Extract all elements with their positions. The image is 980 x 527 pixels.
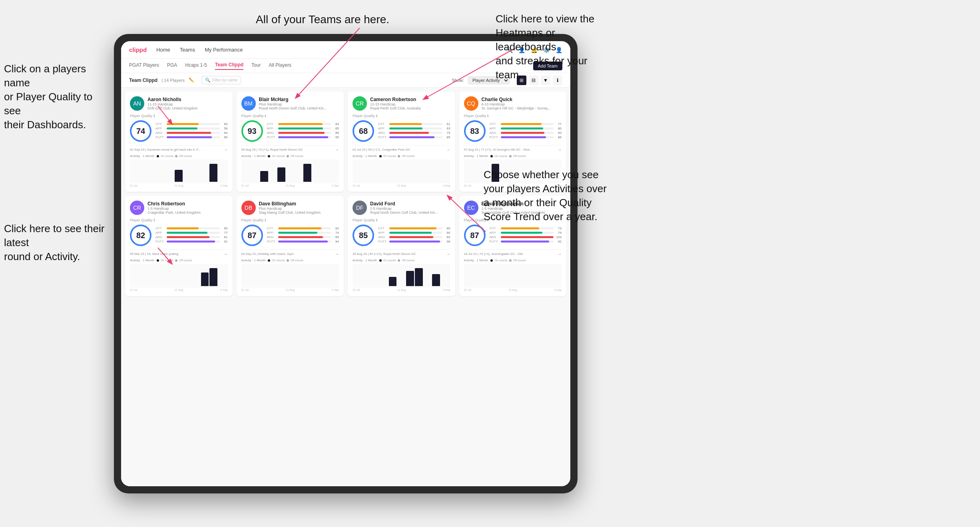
activity-section: Activity · 1 Month On course Off course … [353,154,450,187]
on-course-dot [379,155,382,157]
stats-list: OTT 60 APP 77 ARG 81 PUTT 91 [155,227,228,244]
player-info: Chris Robertson 1-5 Handicap Craigmillar… [147,201,228,215]
activity-section: Activity · 1 Month On course Off course … [241,259,339,291]
nav-my-performance[interactable]: My Performance [205,47,243,53]
quality-circle[interactable]: 87 [464,225,486,246]
stat-value: 85 [444,135,450,139]
stat-bar-bg [389,123,442,125]
chart-label: 4 Sep [443,184,450,187]
stat-label: OTT [490,227,499,230]
stat-row: OTT 89 [378,227,450,230]
player-card[interactable]: CR Cameron Robertson 11-15 Handicap Roya… [348,91,455,192]
chart-label: 31 Jul [130,184,137,187]
stat-row: PUTT 85 [378,135,450,139]
nav-teams[interactable]: Teams [180,47,195,53]
stat-bar-bg [501,127,554,129]
quality-circle[interactable]: 82 [130,225,151,246]
recent-round[interactable]: 07 Aug 23 | 77 (+7), St George's Hill GC… [464,145,562,152]
stats-list: OTT 77 APP 80 ARG 83 PUTT 86 [490,122,562,140]
stat-bar-bg [167,132,220,134]
activity-header: Activity · 1 Month On course Off course [241,154,339,158]
player-card[interactable]: CR Chris Robertson 1-5 Handicap Craigmil… [125,196,233,296]
tab-tour[interactable]: Tour [251,62,261,70]
avatar: AN [130,96,144,111]
player-name[interactable]: Blair McHarg [259,97,339,102]
edit-icon[interactable]: ✏️ [189,78,194,83]
tab-hcaps[interactable]: Hcaps 1-5 [185,62,207,70]
chart-labels: 31 Jul21 Aug4 Sep [130,288,228,291]
stat-value: 85 [333,127,339,130]
quality-circle[interactable]: 87 [241,225,263,246]
stat-bar-ott [167,227,199,229]
quality-circle[interactable]: 68 [353,120,374,142]
player-card[interactable]: DB Dave Billingham Plus Handicap Stag Ma… [237,196,344,296]
recent-text: 02 Jul 23 | 59 (+17), Craigmillar Park G… [353,148,410,151]
player-handicap: 11-15 Handicap [147,102,228,106]
off-course-dot [287,155,289,157]
stat-bar-app [389,232,432,234]
stat-label: ARG [155,235,165,239]
on-course-label: On course [383,155,396,157]
stat-bar-app [501,232,543,234]
stat-row: OTT 61 [378,122,450,126]
activity-legend: On course Off course [157,155,192,157]
quality-content: 82 OTT 60 APP 77 ARG 81 PUTT 91 [130,225,228,246]
player-club: Royal Perth Golf Club, Australia [370,106,450,110]
player-info: Cameron Robertson 11-15 Handicap Royal P… [370,97,450,110]
stat-row: APP 85 [267,127,339,130]
player-card[interactable]: DF David Ford 1-5 Handicap Royal North D… [348,196,455,296]
stat-bar-arg [167,132,211,134]
chart-labels: 31 Jul21 Aug4 Sep [464,288,562,291]
player-card[interactable]: AN Aaron Nicholls 11-15 Handicap Drift G… [125,91,233,192]
stat-bar-bg [278,241,331,243]
on-course-label: On course [494,155,507,157]
player-name[interactable]: Chris Robertson [147,201,228,207]
recent-round[interactable]: 02 Jul 23 | 59 (+17), Craigmillar Park G… [353,145,450,152]
tab-team-clippd[interactable]: Team Clippd [215,62,243,70]
player-name[interactable]: Dave Billingham [259,201,339,207]
stat-bar-bg [501,232,554,234]
chart-label: 31 Jul [353,288,360,291]
activity-title: Activity · 1 Month [353,154,377,158]
player-name[interactable]: David Ford [370,201,450,207]
tab-pgat-players[interactable]: PGAT Players [129,62,159,70]
stats-list: OTT 84 APP 85 ARG 88 PUTT 95 [267,122,339,140]
stat-row: PUTT 91 [155,240,228,243]
player-name[interactable]: Cameron Robertson [370,97,450,102]
recent-round[interactable]: 26 Aug 23 | 84 (+12), Royal North Devon … [353,249,450,256]
recent-round[interactable]: 04 Sep 23 | Mobility with coach, Gym → [241,249,339,256]
off-course-dot [398,259,400,262]
stat-label: APP [155,231,165,235]
stat-value: 85 [221,135,228,139]
on-course-dot [379,259,382,262]
nav-home[interactable]: Home [156,47,170,53]
chart-bar [209,164,217,182]
player-name[interactable]: Charlie Quick [482,97,562,102]
recent-round[interactable]: 02 Sep 23 | Sundown round to get back in… [130,145,228,152]
chart-bar [201,272,209,286]
stat-label: ARG [267,235,277,239]
recent-round[interactable]: 26 Aug 23 | 73 (+1), Royal North Devon G… [241,145,339,152]
stat-row: ARG 88 [267,131,339,135]
player-card[interactable]: BM Blair McHarg Plus Handicap Royal Nort… [237,91,344,192]
recent-round[interactable]: 05 Mar 23 | 19, Must make putting → [130,249,228,256]
chart-labels: 31 Jul21 Aug4 Sep [353,288,450,291]
quality-circle[interactable]: 83 [464,120,486,142]
stat-bar-arg [389,132,429,134]
search-box[interactable]: 🔍 Filter by name [201,76,241,84]
player-name[interactable]: Aaron Nicholls [147,97,228,102]
recent-round[interactable]: 18 Jul 23 | 74 (+4), Sunningdale GC - Ol… [464,249,562,256]
activity-title: Activity · 1 Month [353,259,377,262]
quality-circle[interactable]: 93 [241,120,263,142]
activity-legend: On course Off course [490,259,526,262]
player-handicap: 1-5 Handicap [147,207,228,211]
tab-all-players[interactable]: All Players [269,62,291,70]
tab-pga[interactable]: PGA [167,62,177,70]
off-course-dot [509,259,512,262]
stat-bar-bg [167,232,220,234]
stat-row: APP 74 [267,231,339,235]
chart-labels: 31 Jul21 Aug4 Sep [353,184,450,187]
card-header: AN Aaron Nicholls 11-15 Handicap Drift G… [130,96,228,111]
quality-circle[interactable]: 74 [130,120,151,142]
quality-circle[interactable]: 85 [353,225,374,246]
